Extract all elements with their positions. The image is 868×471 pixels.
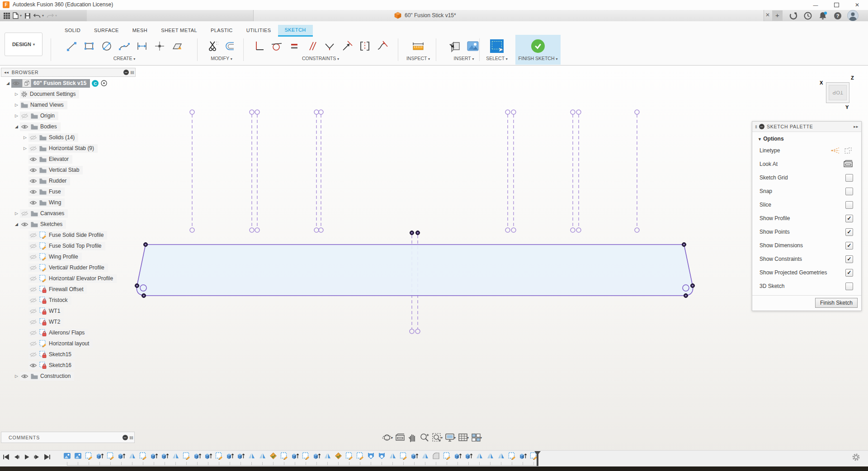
timeline-item-combine[interactable] — [269, 452, 277, 460]
look-at-icon[interactable] — [843, 160, 853, 168]
visibility-on-eye-icon[interactable] — [29, 179, 37, 184]
line-icon[interactable] — [65, 39, 78, 53]
tab-sheet-metal[interactable]: SHEET METAL — [154, 25, 204, 37]
comments-close-icon[interactable]: – — [123, 435, 128, 440]
timeline-item-extrude[interactable] — [465, 452, 472, 460]
parallel-icon[interactable] — [305, 39, 319, 53]
timeline-item-extrude[interactable] — [150, 452, 158, 460]
tree-item-wt2[interactable]: WT2 — [1, 316, 136, 327]
construction-endpoint[interactable] — [190, 228, 194, 232]
timeline-item-mirror[interactable] — [497, 452, 505, 460]
visibility-off-eye-icon[interactable] — [29, 135, 37, 140]
palette-grip[interactable]: ▮ — [755, 124, 757, 129]
browser-close-icon[interactable]: – — [123, 70, 129, 75]
viewcube[interactable]: TOP — [826, 82, 849, 103]
timeline-item-sketch[interactable] — [183, 452, 190, 460]
midpoint-icon[interactable] — [323, 39, 336, 53]
caret-down-icon[interactable]: ▾ — [480, 436, 482, 440]
timeline-item-sketch[interactable] — [215, 452, 223, 460]
construction-endpoint[interactable] — [255, 228, 259, 232]
timeline-item-mirror[interactable] — [248, 452, 255, 460]
snap-checkbox[interactable] — [845, 188, 853, 195]
timeline-item-extrude[interactable] — [161, 452, 169, 460]
visibility-on-eye-icon[interactable] — [12, 81, 20, 86]
palette-options-section[interactable]: ▼ Options — [752, 132, 861, 144]
visibility-off-eye-icon[interactable] — [21, 113, 28, 118]
collaboration-badge[interactable]: C — [92, 80, 99, 87]
tree-item-elevator[interactable]: Elevator — [1, 154, 136, 165]
show-dimensions-checkbox[interactable]: ✓ — [845, 242, 853, 250]
show-profile-checkbox[interactable]: ✓ — [845, 215, 853, 222]
projected-linetype-icon[interactable] — [843, 146, 853, 155]
show-projected-geometries-checkbox[interactable]: ✓ — [845, 269, 853, 277]
save-icon[interactable] — [24, 13, 31, 19]
visibility-off-eye-icon[interactable] — [29, 352, 37, 357]
comments-bar[interactable]: COMMENTS – ▮▮ — [1, 432, 135, 443]
visibility-off-eye-icon[interactable] — [29, 233, 37, 238]
timeline-item-mirror[interactable] — [172, 452, 179, 460]
timeline-item-mirror[interactable] — [324, 452, 331, 460]
visibility-on-eye-icon[interactable] — [21, 374, 28, 379]
help-icon[interactable]: ? — [833, 11, 842, 20]
construction-endpoint[interactable] — [314, 110, 319, 114]
visibility-off-eye-icon[interactable] — [29, 244, 37, 249]
equal-icon[interactable] — [288, 39, 301, 53]
expand-caret-icon[interactable]: ▷ — [22, 135, 28, 140]
timeline-item-sketch[interactable] — [139, 452, 147, 460]
tab-sketch[interactable]: SKETCH — [278, 25, 313, 37]
select-icon[interactable]: ➤ — [490, 39, 504, 53]
construction-linetype-icon[interactable] — [830, 146, 840, 155]
timeline-item-mirror[interactable] — [421, 452, 429, 460]
timeline-item-sketch[interactable] — [345, 452, 353, 460]
construction-endpoint[interactable] — [511, 110, 516, 114]
collapse-caret-icon[interactable]: ◢ — [5, 81, 11, 85]
tree-item-named-views[interactable]: ▷Named Views — [1, 99, 136, 110]
construction-endpoint[interactable] — [255, 110, 259, 114]
expand-caret-icon[interactable]: ▷ — [22, 146, 28, 151]
tree-item-horizontal-stab-9[interactable]: ▷Horizontal Stab (9) — [1, 143, 136, 154]
measure-icon[interactable] — [411, 39, 425, 53]
tree-item-horizontal-elevator-profile[interactable]: Horizontal/ Elevator Profile — [1, 273, 136, 284]
group-label-finish-sketch[interactable]: FINISH SKETCH ▾ — [515, 56, 561, 61]
viewports-icon[interactable]: ▾ — [471, 433, 482, 442]
group-label-create[interactable]: CREATE ▾ — [53, 56, 195, 61]
show-constraints-checkbox[interactable]: ✓ — [845, 255, 853, 263]
visibility-off-eye-icon[interactable] — [29, 309, 37, 314]
timeline-item-combine[interactable] — [335, 452, 342, 460]
sketch-plane-icon[interactable] — [170, 39, 184, 53]
visibility-on-eye-icon[interactable] — [29, 168, 37, 173]
sketch-vertex-center[interactable] — [683, 244, 684, 245]
coincident-icon[interactable] — [340, 39, 354, 53]
close-button[interactable]: ✕ — [847, 0, 867, 10]
construction-endpoint[interactable] — [314, 228, 319, 232]
timeline-item-mirror[interactable] — [259, 452, 266, 460]
timeline-item-extrude[interactable] — [313, 452, 321, 460]
grid-layout-icon[interactable]: ▾ — [458, 433, 469, 442]
visibility-off-eye-icon[interactable] — [29, 320, 37, 325]
construction-endpoint[interactable] — [250, 110, 254, 114]
expand-caret-icon[interactable]: ▷ — [13, 113, 20, 118]
sketch-vertex-center[interactable] — [136, 285, 137, 286]
tree-item-ailerons-flaps[interactable]: Ailerons/ Flaps — [1, 327, 136, 338]
sketch-palette-header[interactable]: ▮ – SKETCH PALETTE ▸▸ — [752, 122, 861, 132]
construction-endpoint[interactable] — [319, 228, 323, 232]
maximize-button[interactable] — [826, 0, 846, 10]
timeline-item-sketch[interactable] — [508, 452, 516, 460]
tree-item-60-fusion-stick-v15[interactable]: ◢60" Fusion Stick v15C — [1, 78, 136, 89]
tab-utilities[interactable]: UTILITIES — [240, 25, 278, 37]
browser-header[interactable]: ◂◂ BROWSER – ▮▮ — [1, 68, 136, 77]
construction-endpoint[interactable] — [415, 329, 420, 334]
document-tab[interactable] — [253, 10, 764, 21]
tree-item-wt1[interactable]: WT1 — [1, 306, 136, 316]
caret-down-icon[interactable]: ▾ — [467, 436, 469, 440]
collapse-caret-icon[interactable]: ◢ — [13, 222, 20, 226]
timeline-item-extrude[interactable] — [291, 452, 299, 460]
step-back-icon[interactable] — [13, 454, 19, 460]
tree-item-sketch15[interactable]: Sketch15 — [1, 349, 136, 360]
tree-item-sketches[interactable]: ◢Sketches — [1, 219, 136, 230]
visibility-off-eye-icon[interactable] — [29, 287, 37, 292]
sketch-vertex-center[interactable] — [143, 295, 144, 296]
dimension-icon[interactable] — [135, 39, 149, 53]
finish-sketch-button[interactable]: Finish Sketch — [815, 298, 858, 308]
construction-endpoint[interactable] — [250, 228, 254, 232]
